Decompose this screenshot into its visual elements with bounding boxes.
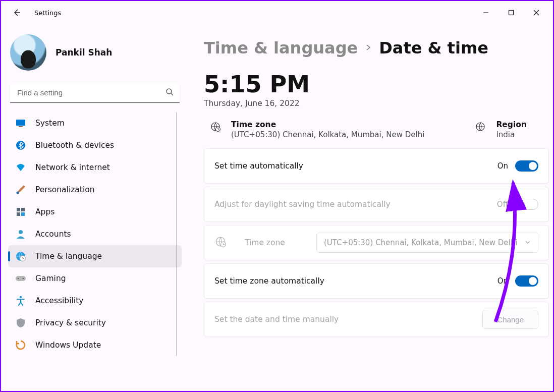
main-content: Time & language Date & time 5:15 PM Thur… [188,24,553,391]
svg-rect-4 [19,126,23,127]
sidebar-item-privacy[interactable]: Privacy & security [8,312,182,334]
search-box[interactable] [10,83,180,103]
set-tz-auto-toggle[interactable] [515,275,538,287]
arrow-left-icon [13,9,21,17]
sidebar-item-label: Accounts [35,230,71,239]
globe-clock-icon [214,236,229,250]
timezone-value: (UTC+05:30) Chennai, Kolkata, Mumbai, Ne… [231,130,424,139]
search-input[interactable] [10,83,180,103]
back-button[interactable] [9,5,24,20]
svg-point-1 [167,89,172,94]
set-tz-auto-card: Set time zone automatically On [204,263,549,299]
username: Pankil Shah [56,47,112,58]
sidebar-item-label: Gaming [35,274,66,283]
sidebar-item-apps[interactable]: Apps [8,201,182,223]
search-icon [165,88,174,98]
svg-rect-9 [17,212,20,216]
wifi-icon [15,162,26,173]
set-time-auto-state: On [497,161,508,171]
svg-point-11 [19,230,23,234]
region-value: India [496,130,527,139]
window-title: Settings [34,9,61,17]
region-label: Region [496,120,527,129]
set-time-auto-toggle[interactable] [515,160,538,172]
update-icon [15,340,26,351]
avatar [10,34,46,71]
current-date: Thursday, June 16, 2022 [204,99,553,108]
sidebar-item-gaming[interactable]: Gaming [8,267,182,290]
profile[interactable]: Pankil Shah [10,34,182,71]
current-time: 5:15 PM [204,71,553,98]
dst-auto-state: Off [497,200,508,209]
timezone-select-card: Time zone (UTC+05:30) Chennai, Kolkata, … [204,225,549,260]
globe-clock-icon [210,121,223,134]
timezone-select-label: Time zone [245,238,305,247]
timezone-label: Time zone [231,120,424,129]
set-manual-card: Set the date and time manually Change [204,302,549,337]
nav-list: System Bluetooth & devices Network & int… [8,112,182,356]
sidebar-item-accessibility[interactable]: Accessibility [8,290,182,312]
sidebar-item-accounts[interactable]: Accounts [8,223,182,245]
sidebar-item-label: Bluetooth & devices [35,141,114,150]
change-button: Change [482,310,538,329]
dst-auto-toggle [515,199,538,210]
globe-clock-icon [15,251,26,262]
svg-point-15 [18,278,19,279]
sidebar-item-label: Time & language [35,252,102,261]
window-controls [473,4,549,21]
breadcrumb-parent[interactable]: Time & language [204,38,358,58]
sidebar-item-update[interactable]: Windows Update [8,334,182,356]
monitor-icon [15,118,26,129]
close-button[interactable] [524,4,549,21]
apps-icon [15,206,26,217]
gamepad-icon [15,273,26,284]
sidebar-item-bluetooth[interactable]: Bluetooth & devices [8,134,182,156]
dst-auto-card: Adjust for daylight saving time automati… [204,187,549,222]
titlebar: Settings [1,1,553,24]
timezone-select-value: (UTC+05:30) Chennai, Kolkata, Mumbai, Ne… [324,238,517,247]
close-icon [533,10,539,16]
svg-rect-7 [17,208,20,211]
sidebar-item-label: Personalization [35,185,95,194]
set-time-auto-label: Set time automatically [214,161,497,171]
sidebar-item-time[interactable]: Time & language [8,245,182,267]
sidebar-item-label: Windows Update [35,341,101,350]
svg-rect-0 [509,11,514,15]
sidebar-item-system[interactable]: System [8,112,182,134]
breadcrumb-current: Date & time [379,38,488,58]
chevron-down-icon [525,238,531,247]
bluetooth-icon [15,140,26,151]
brush-icon [15,184,26,195]
set-tz-auto-state: On [497,276,508,286]
info-row: Time zone (UTC+05:30) Chennai, Kolkata, … [204,117,553,148]
minimize-button[interactable] [473,4,498,21]
sidebar-item-label: Apps [35,207,54,216]
maximize-icon [508,10,514,16]
svg-rect-14 [16,276,26,281]
sidebar-item-label: Privacy & security [35,318,106,327]
svg-rect-8 [21,208,25,211]
dst-auto-label: Adjust for daylight saving time automati… [214,200,497,209]
timezone-select: (UTC+05:30) Chennai, Kolkata, Mumbai, Ne… [316,233,538,253]
person-icon [15,229,26,240]
set-manual-label: Set the date and time manually [214,315,482,324]
svg-rect-2 [16,120,25,126]
timezone-info: Time zone (UTC+05:30) Chennai, Kolkata, … [210,120,424,139]
set-tz-auto-label: Set time zone automatically [214,276,497,286]
maximize-button[interactable] [498,4,524,21]
nav-divider [176,112,177,356]
set-time-auto-card: Set time automatically On [204,148,549,184]
sidebar-item-personalization[interactable]: Personalization [8,179,182,201]
svg-point-17 [20,296,22,298]
settings-cards: Set time automatically On Adjust for day… [204,148,549,337]
minimize-icon [483,10,489,16]
sidebar: Pankil Shah System Bluetooth & devices N… [1,24,188,391]
breadcrumb: Time & language Date & time [204,38,553,58]
svg-point-6 [17,192,19,194]
region-info: Region India [475,120,527,139]
accessibility-icon [15,295,26,306]
sidebar-item-network[interactable]: Network & internet [8,156,182,179]
globe-icon [475,121,488,134]
sidebar-item-label: System [35,119,65,128]
sidebar-item-label: Network & internet [35,163,110,172]
